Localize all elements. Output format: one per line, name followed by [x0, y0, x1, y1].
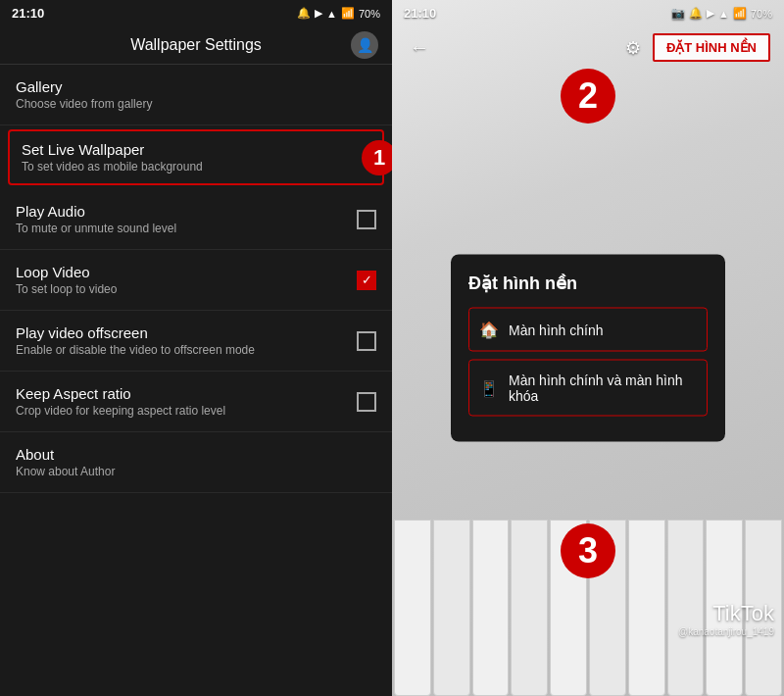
keep-aspect-title: Keep Aspect ratio [16, 385, 357, 402]
avatar-button[interactable]: 👤 [351, 31, 378, 59]
about-wrapper: About Know about Author [0, 432, 392, 493]
home-icon: 🏠 [479, 321, 499, 339]
tiktok-watermark: TikTok @kanaotanjirou_1419 [678, 601, 774, 637]
loop-video-checkbox[interactable] [357, 271, 376, 290]
loop-video-subtitle: To set loop to video [16, 282, 357, 296]
tiktok-username: @kanaotanjirou_1419 [678, 626, 774, 637]
step3-badge: 3 [561, 523, 615, 578]
avatar-icon: 👤 [357, 37, 373, 53]
signal-icon: ▲ [326, 8, 337, 20]
status-icons-right: 📷 🔔 ▶ ▲ 📶 70% [671, 7, 772, 20]
keep-aspect-subtitle: Crop video for keeping aspect ratio leve… [16, 404, 357, 418]
dialog-option-main-and-lock[interactable]: 📱 Màn hình chính và màn hình khóa [468, 360, 708, 417]
top-bar-right-icons: ⚙ ĐẶT HÌNH NỀN [621, 33, 770, 63]
play-audio-wrapper: Play Audio To mute or unmute sound level [0, 189, 392, 250]
play-offscreen-title: Play video offscreen [16, 324, 357, 341]
loop-video-title: Loop Video [16, 264, 357, 280]
notification-icon: 🔔 [297, 7, 311, 20]
gear-button[interactable]: ⚙ [621, 33, 645, 63]
step1-badge: 1 [362, 140, 392, 175]
main-screen-text: Màn hình chính [509, 322, 604, 337]
wifi-icon-r: 📶 [733, 7, 747, 20]
status-bar-left: 21:10 🔔 ▶ ▲ 📶 70% [0, 0, 392, 26]
play-audio-title: Play Audio [16, 203, 357, 220]
menu-item-keep-aspect[interactable]: Keep Aspect ratio Crop video for keeping… [0, 372, 392, 432]
keep-aspect-wrapper: Keep Aspect ratio Crop video for keeping… [0, 372, 392, 432]
set-live-wallpaper-text: Set Live Wallpaper To set video as mobil… [22, 141, 370, 174]
play-audio-text: Play Audio To mute or unmute sound level [16, 203, 357, 235]
gallery-item-wrapper: Gallery Choose video from gallery [0, 65, 392, 125]
status-bar-right: 21:10 📷 🔔 ▶ ▲ 📶 70% [392, 0, 784, 26]
menu-item-loop-video[interactable]: Loop Video To set loop to video [0, 250, 392, 311]
about-text: About Know about Author [16, 446, 376, 478]
play-offscreen-subtitle: Enable or disable the video to offscreen… [16, 343, 357, 357]
battery-right: 70% [751, 8, 772, 20]
battery-left: 70% [359, 8, 380, 20]
menu-item-about[interactable]: About Know about Author [0, 432, 392, 493]
dat-hinh-nen-button[interactable]: ĐẶT HÌNH NỀN [653, 33, 770, 62]
play-offscreen-wrapper: Play video offscreen Enable or disable t… [0, 311, 392, 372]
play-audio-checkbox[interactable] [357, 210, 376, 229]
set-live-wallpaper-wrapper: Set Live Wallpaper To set video as mobil… [0, 129, 392, 185]
loop-video-wrapper: Loop Video To set loop to video [0, 250, 392, 311]
top-bar-left: Wallpaper Settings 👤 [0, 26, 392, 65]
play-icon: ▶ [315, 7, 322, 20]
about-subtitle: Know about Author [16, 465, 376, 478]
dialog-option-main-screen[interactable]: 🏠 Màn hình chính [468, 308, 708, 352]
step2-badge: 2 [561, 69, 615, 124]
tiktok-logo: TikTok [678, 601, 774, 626]
main-and-lock-text: Màn hình chính và màn hình khóa [509, 373, 697, 404]
play-audio-subtitle: To mute or unmute sound level [16, 222, 357, 235]
set-live-wallpaper-subtitle: To set video as mobile background [22, 160, 370, 174]
play-offscreen-text: Play video offscreen Enable or disable t… [16, 324, 357, 357]
gallery-text: Gallery Choose video from gallery [16, 78, 376, 111]
time-left: 21:10 [12, 6, 44, 21]
status-icons-left: 🔔 ▶ ▲ 📶 70% [297, 7, 380, 20]
app-title: Wallpaper Settings [130, 36, 262, 54]
gallery-subtitle: Choose video from gallery [16, 97, 376, 111]
dialog-title: Đặt hình nền [468, 273, 708, 294]
about-title: About [16, 446, 376, 463]
left-panel: 21:10 🔔 ▶ ▲ 📶 70% Wallpaper Settings 👤 G… [0, 0, 392, 696]
notification-icon-r: 📷 [671, 7, 685, 20]
phone-icon: 📱 [479, 378, 499, 397]
wifi-icon: 📶 [341, 7, 355, 20]
menu-item-set-live-wallpaper[interactable]: Set Live Wallpaper To set video as mobil… [8, 129, 384, 185]
play-offscreen-checkbox[interactable] [357, 331, 376, 351]
dialog-box: Đặt hình nền 🏠 Màn hình chính 📱 Màn hình… [451, 255, 725, 442]
top-bar-right: ← ⚙ ĐẶT HÌNH NỀN [392, 26, 784, 69]
menu-item-play-offscreen[interactable]: Play video offscreen Enable or disable t… [0, 311, 392, 372]
time-right: 21:10 [404, 6, 436, 21]
keep-aspect-checkbox[interactable] [357, 392, 376, 412]
loop-video-text: Loop Video To set loop to video [16, 264, 357, 296]
menu-item-gallery[interactable]: Gallery Choose video from gallery [0, 65, 392, 125]
back-button[interactable]: ← [406, 32, 433, 63]
set-live-wallpaper-title: Set Live Wallpaper [22, 141, 370, 158]
play-icon-r: ▶ [707, 7, 714, 20]
menu-list: Gallery Choose video from gallery Set Li… [0, 65, 392, 696]
gallery-title: Gallery [16, 78, 376, 95]
bell-icon-r: 🔔 [689, 7, 703, 20]
right-panel: 21:10 📷 🔔 ▶ ▲ 📶 70% ← ⚙ ĐẶT HÌNH NỀN 2 Đ… [392, 0, 784, 696]
keep-aspect-text: Keep Aspect ratio Crop video for keeping… [16, 385, 357, 418]
signal-icon-r: ▲ [718, 8, 729, 20]
menu-item-play-audio[interactable]: Play Audio To mute or unmute sound level [0, 189, 392, 250]
